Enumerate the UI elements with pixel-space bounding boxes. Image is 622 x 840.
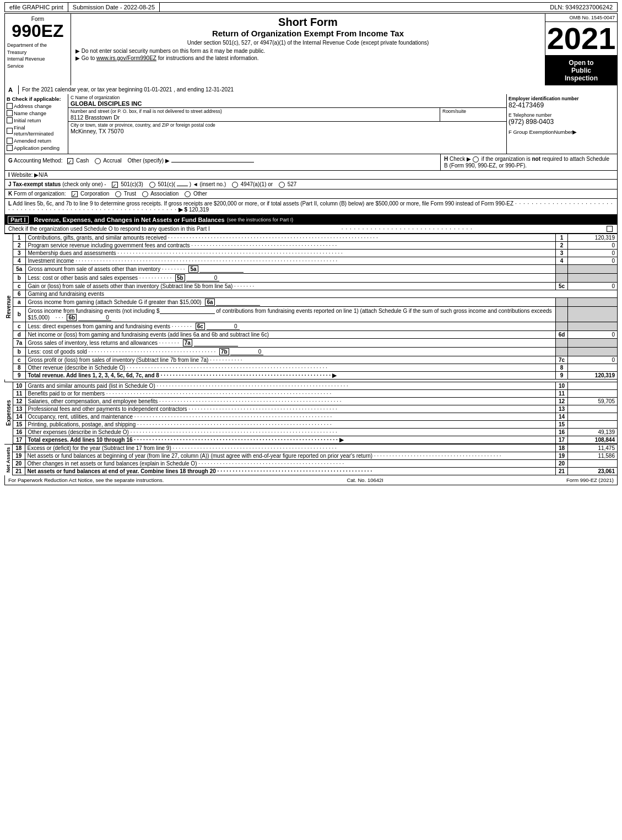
bcd-section: B Check if applicable: Address change Na… xyxy=(4,94,618,154)
table-row: 21 Net assets or fund balances at end of… xyxy=(13,467,618,475)
table-row: 8 Other revenue (describe in Schedule O)… xyxy=(13,364,618,371)
check-initial[interactable]: Initial return xyxy=(7,117,66,123)
table-row: 17 Total expenses. Add lines 10 through … xyxy=(13,436,618,443)
501c3-checkbox[interactable] xyxy=(112,182,118,188)
row-amount-21: 23,061 xyxy=(568,467,618,475)
city-row: City or town, state or province, country… xyxy=(68,122,506,135)
table-row: 6 Gaming and fundraising events xyxy=(13,290,618,297)
other-value-line[interactable] xyxy=(171,156,254,162)
assoc-radio[interactable] xyxy=(142,191,148,197)
section-a-content: For the 2021 calendar year, or tax year … xyxy=(19,85,617,94)
check-final[interactable]: Final return/terminated xyxy=(7,124,66,137)
name-checkbox[interactable] xyxy=(7,110,13,116)
accrual-radio[interactable] xyxy=(95,158,101,164)
check-pending[interactable]: Application pending xyxy=(7,145,66,151)
501c-paren: ) ◄ (insert no.) xyxy=(190,181,226,187)
check-address[interactable]: Address change xyxy=(7,103,66,109)
revenue-side-label: Revenue xyxy=(4,234,13,380)
row-desc-6: Gaming and fundraising events xyxy=(25,290,618,297)
other-label: Other (specify) ▶ xyxy=(127,158,169,164)
table-row: 3 Membership dues and assessments · · · … xyxy=(13,249,618,257)
row-amount-6b xyxy=(568,306,618,322)
table-row: 11 Benefits paid to or for members · · ·… xyxy=(13,389,618,397)
other-radio[interactable] xyxy=(185,191,191,197)
check-amended[interactable]: Amended return xyxy=(7,138,66,144)
501c-radio[interactable] xyxy=(149,182,155,188)
k-corp[interactable]: Corporation xyxy=(72,191,111,197)
trust-radio[interactable] xyxy=(115,191,121,197)
city-label: City or town, state or province, country… xyxy=(71,122,504,128)
k-assoc[interactable]: Association xyxy=(142,191,180,197)
efile-label: efile GRAPHIC print xyxy=(5,3,68,12)
section-c: C Name of organization GLOBAL DISCIPLES … xyxy=(68,94,507,154)
initial-checkbox[interactable] xyxy=(7,117,13,123)
title-section: Short Form Return of Organization Exempt… xyxy=(71,14,545,85)
table-row: 19 Net assets or fund balances at beginn… xyxy=(13,452,618,459)
row-amount-7b xyxy=(568,347,618,356)
row-num-18: 18 xyxy=(13,444,25,452)
row-amount-5a xyxy=(568,264,618,273)
table-row: d Net income or (loss) from gaming and f… xyxy=(13,330,618,338)
table-row: 12 Salaries, other compensation, and emp… xyxy=(13,397,618,405)
l-label: L xyxy=(8,200,12,207)
k-other[interactable]: Other xyxy=(185,191,207,197)
net-assets-side-label: Net Assets xyxy=(4,444,13,475)
row-num-17: 17 xyxy=(13,436,25,443)
section-i: I Website: ▶N/A xyxy=(4,171,618,180)
row-desc-21: Net assets or fund balances at end of ye… xyxy=(25,467,556,475)
j-label: J xyxy=(8,181,12,187)
row-desc-3: Membership dues and assessments · · · · … xyxy=(25,249,556,257)
row-desc-7a: Gross sales of inventory, less returns a… xyxy=(25,338,556,347)
note-go: ▶ Go to www.irs.gov/Form990EZ for instru… xyxy=(75,55,540,61)
j-opt3[interactable]: 4947(a)(1) or xyxy=(232,181,274,187)
table-row: c Gross profit or (loss) from sales of i… xyxy=(13,356,618,364)
corp-label: Corporation xyxy=(80,191,109,197)
accrual-option[interactable]: Accrual xyxy=(95,158,123,164)
h-radio[interactable] xyxy=(473,156,479,162)
row-num-13: 13 xyxy=(13,405,25,413)
row-amount-9: 120,319 xyxy=(568,371,618,379)
row-amount-6c xyxy=(568,322,618,330)
501c3-label: 501(c)(3) xyxy=(121,181,143,187)
row-lineref-14: 14 xyxy=(556,413,568,420)
j-opt4[interactable]: 527 xyxy=(279,181,296,187)
k-label: K xyxy=(8,191,12,197)
row-desc-6c: Less: direct expenses from gaming and fu… xyxy=(25,322,556,330)
pending-checkbox[interactable] xyxy=(7,145,13,151)
k-text: Form of organization: xyxy=(14,191,66,197)
room-label: Room/suite xyxy=(442,109,504,114)
address-label: Address change xyxy=(14,103,52,109)
j-opt2[interactable]: 501(c)( ) ◄ (insert no.) xyxy=(149,181,228,187)
row-num-20: 20 xyxy=(13,459,25,467)
row-desc-7c: Gross profit or (loss) from sales of inv… xyxy=(25,356,556,364)
cash-option[interactable]: Cash xyxy=(67,158,90,164)
table-row: 16 Other expenses (describe in Schedule … xyxy=(13,428,618,436)
part-i-checkbox[interactable] xyxy=(607,226,613,232)
check-dots: · · · · · · · · · · · · · · · · · · · · … xyxy=(342,226,473,232)
section-b: B Check if applicable: Address change Na… xyxy=(5,94,68,154)
row-desc-5c: Gain or (loss) from sale of assets other… xyxy=(25,282,556,290)
irs-link[interactable]: www.irs.gov/Form990EZ xyxy=(96,55,156,61)
address-checkbox[interactable] xyxy=(7,103,13,109)
row-num-6: 6 xyxy=(13,290,25,297)
527-radio[interactable] xyxy=(279,182,285,188)
row-desc-14: Occupancy, rent, utilities, and maintena… xyxy=(25,413,556,420)
row-lineref-10: 10 xyxy=(556,382,568,389)
4947-radio[interactable] xyxy=(232,182,238,188)
row-num-9: 9 xyxy=(13,371,25,379)
row-lineref-7a xyxy=(556,338,568,347)
table-row: b Less: cost of goods sold · · · · · · ·… xyxy=(13,347,618,356)
row-num-11: 11 xyxy=(13,389,25,397)
final-checkbox[interactable] xyxy=(7,128,13,134)
open-inspection: Inspection xyxy=(565,74,598,82)
k-trust[interactable]: Trust xyxy=(115,191,138,197)
org-name-row: C Name of organization GLOBAL DISCIPLES … xyxy=(68,94,506,108)
part-i-subtitle: (see the instructions for Part I) xyxy=(227,217,294,223)
amended-checkbox[interactable] xyxy=(7,138,13,144)
row-lineref-6c xyxy=(556,322,568,330)
j-opt1[interactable]: 501(c)(3) xyxy=(112,181,144,187)
cash-checkbox[interactable] xyxy=(67,158,73,164)
corp-checkbox[interactable] xyxy=(72,191,78,197)
row-num-6a: a xyxy=(13,297,25,306)
check-name[interactable]: Name change xyxy=(7,110,66,116)
